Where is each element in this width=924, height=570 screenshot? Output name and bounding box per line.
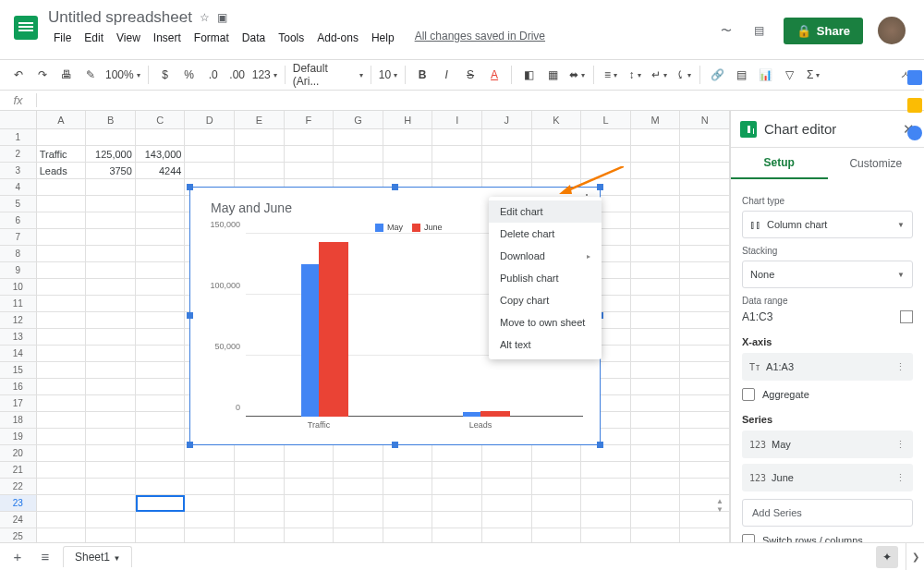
cell[interactable]: [136, 329, 186, 346]
cell[interactable]: Traffic: [37, 146, 87, 163]
functions-icon[interactable]: Σ: [802, 64, 824, 86]
all-sheets-icon[interactable]: ≡: [35, 547, 55, 567]
wrap-icon[interactable]: ↵: [648, 64, 670, 86]
row-header[interactable]: 8: [0, 246, 37, 262]
menu-addons[interactable]: Add-ons: [311, 30, 364, 46]
cell[interactable]: [432, 479, 482, 495]
cell[interactable]: Leads: [37, 163, 87, 179]
cell[interactable]: [680, 462, 730, 479]
kebab-icon[interactable]: ⋮: [895, 439, 906, 451]
cell[interactable]: [86, 479, 136, 495]
cell[interactable]: [631, 429, 681, 445]
italic-icon[interactable]: I: [435, 64, 457, 86]
data-range-value[interactable]: A1:C3: [742, 310, 772, 323]
row-header[interactable]: 14: [0, 346, 37, 362]
side-panel-toggle-icon[interactable]: ❯: [906, 542, 924, 570]
cell[interactable]: [680, 146, 730, 163]
cell[interactable]: [581, 462, 631, 479]
cell[interactable]: [136, 212, 186, 229]
cell[interactable]: [185, 146, 235, 163]
cell[interactable]: [86, 512, 136, 528]
row-header[interactable]: 11: [0, 296, 37, 312]
cell[interactable]: [680, 312, 730, 329]
cell[interactable]: [37, 129, 87, 146]
scroll-arrows-icon[interactable]: ▲▼: [715, 497, 724, 514]
menu-insert[interactable]: Insert: [148, 30, 187, 46]
cell[interactable]: [631, 312, 681, 329]
cell[interactable]: [432, 163, 482, 179]
cell[interactable]: [532, 445, 582, 462]
cell[interactable]: [383, 146, 433, 163]
cell[interactable]: [680, 212, 730, 229]
cell[interactable]: [631, 129, 681, 146]
comment-icon[interactable]: ▤: [730, 64, 752, 86]
cell[interactable]: [37, 246, 87, 262]
cell[interactable]: [136, 512, 186, 528]
cell[interactable]: 143,000: [136, 146, 186, 163]
cell[interactable]: [37, 412, 87, 429]
redo-icon[interactable]: ↷: [31, 64, 54, 86]
cell[interactable]: [136, 129, 186, 146]
cell[interactable]: 125,000: [86, 146, 136, 163]
cell[interactable]: [235, 146, 285, 163]
sheet-area[interactable]: ABCDEFGHIJKLMN 12Traffic125,000143,0003L…: [0, 111, 730, 549]
cell[interactable]: [285, 495, 334, 512]
cell[interactable]: [136, 346, 186, 362]
cell[interactable]: [185, 462, 235, 479]
cell[interactable]: [631, 246, 681, 262]
menu-view[interactable]: View: [111, 30, 146, 46]
series-pill-june[interactable]: 123 June ⋮: [742, 464, 913, 491]
activity-icon[interactable]: 〜: [717, 21, 736, 40]
cell[interactable]: [37, 445, 87, 462]
cell[interactable]: [631, 512, 681, 528]
resize-handle[interactable]: [187, 184, 193, 190]
row-header[interactable]: 12: [0, 312, 37, 329]
cell[interactable]: [631, 395, 681, 412]
cell[interactable]: [680, 262, 730, 279]
cell[interactable]: [136, 445, 186, 462]
cell[interactable]: [86, 362, 136, 379]
cell[interactable]: [680, 412, 730, 429]
rotate-icon[interactable]: ⤹: [672, 64, 694, 86]
row-header[interactable]: 7: [0, 229, 37, 246]
cell[interactable]: [37, 212, 87, 229]
cell[interactable]: [235, 479, 285, 495]
cell[interactable]: [631, 212, 681, 229]
cell[interactable]: [680, 179, 730, 196]
cell[interactable]: [631, 379, 681, 395]
cell[interactable]: [86, 129, 136, 146]
cell[interactable]: [432, 129, 482, 146]
embedded-chart[interactable]: ⋮ May and June May June 050,000100,00015…: [189, 187, 601, 445]
ctx-move[interactable]: Move to own sheet: [489, 311, 602, 334]
valign-icon[interactable]: ↕: [624, 64, 646, 86]
col-header[interactable]: F: [285, 111, 334, 128]
col-header[interactable]: M: [631, 111, 681, 128]
cell[interactable]: [86, 212, 136, 229]
text-color-icon[interactable]: A: [483, 64, 505, 86]
cell[interactable]: [680, 163, 730, 179]
cell[interactable]: [136, 479, 186, 495]
cell[interactable]: [631, 163, 681, 179]
merge-icon[interactable]: ⬌: [565, 64, 588, 86]
cell[interactable]: [136, 379, 186, 395]
cell[interactable]: [285, 146, 334, 163]
cell[interactable]: [136, 196, 186, 212]
cell[interactable]: [680, 279, 730, 296]
select-range-icon[interactable]: [900, 310, 913, 323]
cell[interactable]: [631, 479, 681, 495]
cell[interactable]: [482, 495, 532, 512]
cell[interactable]: [37, 479, 87, 495]
cell[interactable]: [581, 129, 631, 146]
row-header[interactable]: 9: [0, 262, 37, 279]
cell[interactable]: [136, 495, 186, 512]
cell[interactable]: [86, 462, 136, 479]
cell[interactable]: [631, 362, 681, 379]
cell[interactable]: [235, 163, 285, 179]
col-header[interactable]: G: [334, 111, 383, 128]
ctx-copy[interactable]: Copy chart: [489, 289, 602, 311]
cell[interactable]: 4244: [136, 163, 186, 179]
row-header[interactable]: 22: [0, 479, 37, 495]
cell[interactable]: [235, 495, 285, 512]
move-folder-icon[interactable]: ▣: [217, 11, 227, 24]
cell[interactable]: [37, 395, 87, 412]
